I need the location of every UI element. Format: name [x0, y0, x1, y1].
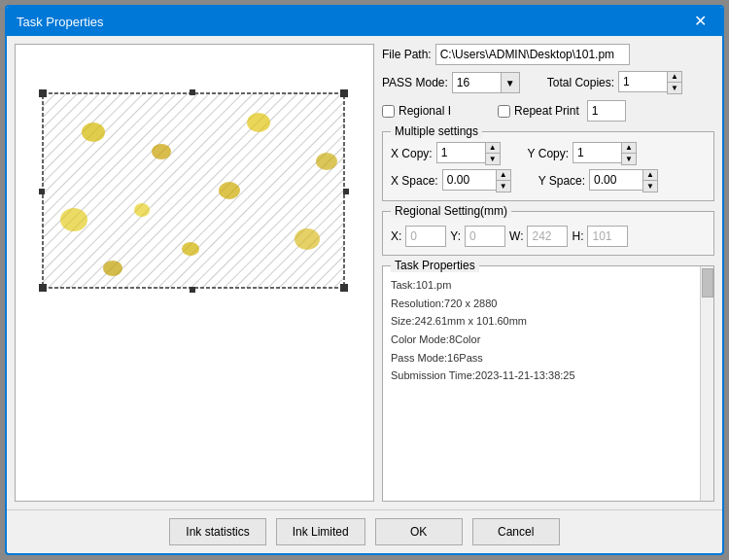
- total-copies-spin-buttons: ▲ ▼: [667, 71, 682, 94]
- pass-mode-combo: ▼: [452, 72, 520, 93]
- svg-point-14: [60, 208, 87, 231]
- dialog-title: Task Properties: [17, 15, 104, 29]
- task-properties-section-label: Task Properties: [391, 259, 479, 272]
- y-copy-label: Y Copy:: [528, 147, 569, 160]
- svg-point-19: [182, 242, 199, 256]
- regional-setting-row: X: Y: W: H:: [391, 226, 706, 247]
- x-space-spin-buttons: ▲ ▼: [496, 169, 511, 192]
- regional-setting-section: Regional Setting(mm) X: Y: W: H:: [382, 211, 714, 256]
- pass-mode-row: PASS Mode: ▼ Total Copies: ▲ ▼: [382, 71, 714, 94]
- file-path-row: File Path:: [382, 44, 714, 65]
- y-space-spinner: ▲ ▼: [589, 169, 658, 192]
- regional-label: Regional I: [399, 104, 451, 118]
- h-coord-label: H:: [572, 229, 583, 243]
- svg-rect-9: [190, 287, 195, 293]
- task-properties-dialog: Task Properties ✕: [5, 5, 724, 555]
- multiple-settings-section: Multiple settings X Copy: ▲ ▼ Y Copy:: [382, 131, 714, 201]
- y-space-spin-down[interactable]: ▼: [643, 181, 657, 192]
- y-copy-input[interactable]: [573, 142, 621, 163]
- w-coord-input[interactable]: [527, 226, 568, 247]
- file-path-input[interactable]: [435, 44, 630, 65]
- svg-point-12: [82, 122, 105, 142]
- x-space-spinner: ▲ ▼: [442, 169, 511, 192]
- task-info-task: Task:101.pm: [391, 276, 706, 295]
- svg-rect-6: [39, 284, 47, 292]
- x-copy-label: X Copy:: [391, 147, 433, 160]
- ok-button[interactable]: OK: [375, 518, 463, 545]
- close-button[interactable]: ✕: [688, 12, 712, 31]
- regional-setting-label: Regional Setting(mm): [391, 204, 511, 218]
- x-copy-spin-down[interactable]: ▼: [486, 154, 500, 164]
- svg-rect-8: [190, 89, 195, 95]
- y-space-spin-buttons: ▲ ▼: [642, 169, 658, 192]
- svg-rect-3: [43, 93, 344, 288]
- total-copies-label: Total Copies:: [547, 76, 614, 89]
- scroll-thumb: [702, 268, 713, 298]
- task-properties-box: Task Properties Task:101.pm Resolution:7…: [382, 265, 714, 502]
- total-copies-spin-down[interactable]: ▼: [668, 83, 681, 93]
- bottom-bar: Ink statistics Ink Limited OK Cancel: [7, 509, 722, 553]
- task-info-size: Size:242.61mm x 101.60mm: [391, 312, 706, 331]
- repeat-print-label: Repeat Print: [514, 104, 579, 118]
- pass-mode-dropdown-btn[interactable]: ▼: [501, 72, 520, 93]
- task-info-submission-time: Submission Time:2023-11-21-13:38:25: [391, 367, 706, 385]
- y-space-label: Y Space:: [538, 174, 585, 188]
- svg-rect-11: [343, 189, 349, 194]
- h-coord-input[interactable]: [587, 226, 628, 247]
- y-copy-spinner: ▲ ▼: [573, 142, 637, 165]
- x-coord-input[interactable]: [405, 226, 446, 247]
- x-copy-spin-buttons: ▲ ▼: [485, 142, 501, 165]
- x-space-spin-down[interactable]: ▼: [497, 181, 510, 192]
- svg-rect-7: [340, 284, 348, 292]
- svg-point-17: [103, 261, 122, 276]
- preview-area: [16, 45, 373, 501]
- pass-mode-label: PASS Mode:: [382, 76, 448, 89]
- y-space-input[interactable]: [589, 169, 642, 191]
- task-info-color-mode: Color Mode:8Color: [391, 331, 706, 349]
- total-copies-spin-up[interactable]: ▲: [668, 72, 681, 83]
- total-copies-spinner: ▲ ▼: [618, 71, 682, 94]
- y-copy-spin-buttons: ▲ ▼: [621, 142, 637, 165]
- svg-rect-10: [39, 189, 45, 194]
- preview-image: [16, 45, 373, 501]
- scrollbar[interactable]: [700, 266, 713, 501]
- x-coord-label: X:: [391, 229, 401, 243]
- svg-rect-4: [39, 89, 47, 97]
- svg-point-18: [247, 113, 270, 132]
- svg-point-16: [295, 228, 320, 250]
- multiple-settings-content: X Copy: ▲ ▼ Y Copy:: [391, 142, 706, 192]
- cancel-button[interactable]: Cancel: [472, 518, 560, 545]
- svg-point-20: [316, 153, 337, 170]
- y-copy-spin-down[interactable]: ▼: [622, 154, 636, 164]
- svg-point-21: [134, 203, 150, 217]
- x-copy-spin-up[interactable]: ▲: [486, 143, 500, 154]
- title-bar: Task Properties ✕: [7, 7, 722, 36]
- task-info-resolution: Resolution:720 x 2880: [391, 295, 706, 313]
- repeat-print-input[interactable]: [587, 100, 626, 122]
- repeat-print-checkbox[interactable]: [498, 105, 510, 118]
- pass-mode-input[interactable]: [452, 72, 501, 93]
- ink-limited-button[interactable]: Ink Limited: [276, 518, 365, 545]
- x-copy-spinner: ▲ ▼: [436, 142, 501, 165]
- file-path-label: File Path:: [382, 48, 432, 61]
- regional-row: Regional I Repeat Print: [382, 100, 714, 122]
- xy-copy-row: X Copy: ▲ ▼ Y Copy:: [391, 142, 706, 165]
- svg-point-15: [219, 182, 240, 199]
- y-copy-spin-up[interactable]: ▲: [622, 143, 636, 154]
- xy-space-row: X Space: ▲ ▼ Y Space:: [391, 169, 706, 192]
- multiple-settings-label: Multiple settings: [391, 124, 482, 138]
- task-info-pass-mode: Pass Mode:16Pass: [391, 349, 706, 368]
- x-space-spin-up[interactable]: ▲: [497, 170, 510, 181]
- w-coord-label: W:: [509, 229, 523, 243]
- svg-point-13: [152, 144, 171, 159]
- x-copy-input[interactable]: [436, 142, 485, 163]
- right-panel: File Path: PASS Mode: ▼ Total Copies: ▲ …: [382, 44, 714, 502]
- total-copies-input[interactable]: [618, 71, 667, 92]
- svg-rect-5: [340, 89, 348, 97]
- regional-checkbox[interactable]: [382, 105, 395, 118]
- y-coord-input[interactable]: [465, 226, 505, 247]
- y-space-spin-up[interactable]: ▲: [643, 170, 657, 181]
- ink-statistics-button[interactable]: Ink statistics: [169, 518, 265, 545]
- y-coord-label: Y:: [450, 229, 461, 243]
- x-space-input[interactable]: [442, 169, 496, 191]
